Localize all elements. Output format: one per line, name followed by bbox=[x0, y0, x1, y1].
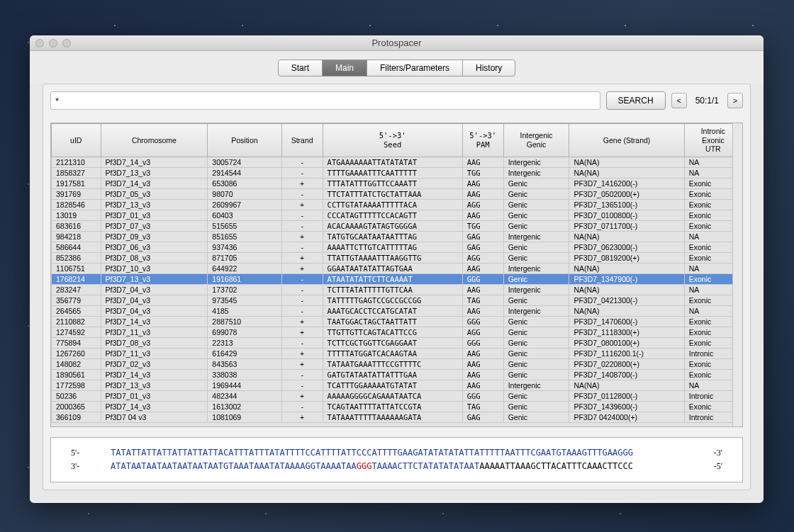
table-cell: - bbox=[281, 337, 323, 348]
table-cell: ACACAAAAGTATAGTGGGGA bbox=[323, 220, 462, 231]
table-row[interactable]: 391769Pf3D7_05_v398070-TTCTATTTATCTGCTAT… bbox=[52, 188, 742, 199]
sequence-row-3to5: 3'- ATATAATAATAATAATAATAATGTAAATAAATATAA… bbox=[71, 460, 722, 473]
table-cell: AAAATTCTTGTCATTTTTAG bbox=[323, 242, 462, 252]
table-cell: PF3D7_1116200.1(-) bbox=[569, 348, 684, 358]
tab-bar: Start Main Filters/Parameters History bbox=[30, 51, 764, 84]
table-cell: 3005724 bbox=[208, 157, 281, 167]
table-cell: + bbox=[281, 252, 323, 263]
table-cell: Pf3D7_09_v3 bbox=[101, 231, 208, 242]
table-row[interactable]: 366109Pf3D7 04 v31081069+TATAAATTTTTAAAA… bbox=[52, 412, 742, 422]
table-cell: Pf3D7_14_v3 bbox=[101, 369, 208, 380]
table-cell: 264565 bbox=[52, 305, 101, 316]
table-cell: 338038 bbox=[208, 369, 281, 380]
seq-label-5prime: 5'- bbox=[71, 446, 91, 460]
table-cell: AAAAAGGGGCAGAAATAATCA bbox=[323, 390, 462, 401]
column-header[interactable]: 5'->3'Seed bbox=[323, 124, 462, 157]
table-row[interactable]: 775894Pf3D7_08_v322313-TCTTCGCTGGTTCGAGG… bbox=[52, 337, 742, 348]
table-cell: + bbox=[281, 231, 323, 242]
table-cell: 1916861 bbox=[208, 273, 281, 284]
column-header[interactable]: Strand bbox=[281, 124, 323, 157]
search-input[interactable] bbox=[50, 91, 600, 110]
table-cell: GGG bbox=[462, 337, 503, 348]
table-row[interactable]: 1267260Pf3D7_11_v3616429+TTTTTATGGATCACA… bbox=[52, 348, 742, 358]
table-row[interactable]: 264565Pf3D7_04_v34185-AAATGCACCTCCATGCAT… bbox=[52, 305, 742, 316]
table-cell: + bbox=[281, 263, 323, 273]
table-cell: TATAAATTTTTAAAAAAGATA bbox=[323, 412, 462, 422]
table-cell: Genic bbox=[503, 210, 569, 220]
table-cell: - bbox=[281, 242, 323, 252]
seq-end-5prime: -5' bbox=[714, 460, 722, 473]
table-cell: GAG bbox=[462, 231, 503, 242]
table-cell: 653086 bbox=[208, 178, 281, 188]
table-row[interactable]: 283247Pf3D7_04_v3173702-TCTTTATATTTTTGTT… bbox=[52, 284, 742, 295]
column-header[interactable]: Gene (Strand) bbox=[569, 124, 684, 157]
next-page-button[interactable]: > bbox=[727, 93, 743, 108]
table-row[interactable]: 1274592Pf3D7_11_v3699078+TTGTTGTTCAGTACA… bbox=[52, 327, 742, 337]
table-cell: + bbox=[281, 199, 323, 210]
table-cell: 22313 bbox=[208, 337, 281, 348]
window-title: Protospacer bbox=[30, 38, 764, 48]
tab-start[interactable]: Start bbox=[279, 60, 323, 76]
column-header[interactable]: Position bbox=[208, 124, 281, 157]
column-header[interactable]: IntergenicGenic bbox=[503, 124, 569, 157]
table-cell: Pf3D7_04_v3 bbox=[101, 295, 208, 305]
column-header[interactable]: Chromosome bbox=[101, 124, 208, 157]
table-cell: 1081069 bbox=[208, 412, 281, 422]
prev-page-button[interactable]: < bbox=[671, 93, 687, 108]
table-cell: 173702 bbox=[208, 284, 281, 295]
tab-filters[interactable]: Filters/Parameters bbox=[367, 60, 463, 76]
table-cell: NA(NA) bbox=[569, 231, 684, 242]
titlebar: Protospacer bbox=[30, 35, 764, 51]
table-cell: Genic bbox=[503, 242, 569, 252]
table-cell: Pf3D7_13_v3 bbox=[101, 199, 208, 210]
table-cell: TTATTGTAAAATTTAAGGTTG bbox=[323, 252, 462, 263]
table-row[interactable]: 148082Pf3D7_02_v3843563+TATAATGAAATTTCCG… bbox=[52, 358, 742, 369]
table-row[interactable]: 13019Pf3D7_01_v360403-CCCATAGTTTTTCCACAG… bbox=[52, 210, 742, 220]
table-cell: Intergenic bbox=[503, 167, 569, 178]
table-body: 2121310Pf3D7_14_v33005724-ATGAAAAAAATTAT… bbox=[52, 157, 742, 422]
table-cell: Genic bbox=[503, 348, 569, 358]
search-button[interactable]: SEARCH bbox=[606, 91, 666, 110]
tab-history[interactable]: History bbox=[463, 60, 515, 76]
table-row[interactable]: 1768214Pf3D7_13_v31916861-ATAATATATTCTTC… bbox=[52, 273, 742, 284]
table-row[interactable]: 1890561Pf3D7_14_v3338038-GATGTATAATATTAT… bbox=[52, 369, 742, 380]
table-cell: NA(NA) bbox=[569, 263, 684, 273]
column-header[interactable]: uID bbox=[52, 124, 101, 157]
table-cell: Intergenic bbox=[503, 305, 569, 316]
table-cell: Genic bbox=[503, 178, 569, 188]
table-row[interactable]: 2000365Pf3D7_14_v31613002-TCAGTAATTTTATT… bbox=[52, 401, 742, 412]
table-cell: Genic bbox=[503, 273, 569, 284]
table-cell: 391769 bbox=[52, 188, 101, 199]
table-cell: PF3D7_0421300(-) bbox=[569, 295, 684, 305]
column-header[interactable]: 5'->3'PAM bbox=[462, 124, 503, 157]
table-cell: TTCTATTTATCTGCTATTAAA bbox=[323, 188, 462, 199]
table-cell: NA(NA) bbox=[569, 284, 684, 295]
table-row[interactable]: 984218Pf3D7_09_v3851655+TATGTGCAATAATAAT… bbox=[52, 231, 742, 242]
table-row[interactable]: 50236Pf3D7_01_v3482344+AAAAAGGGGCAGAAATA… bbox=[52, 390, 742, 401]
table-row[interactable]: 852386Pf3D7_08_v3871705+TTATTGTAAAATTTAA… bbox=[52, 252, 742, 263]
table-row[interactable]: 2121310Pf3D7_14_v33005724-ATGAAAAAAATTAT… bbox=[52, 157, 742, 167]
table-row[interactable]: 1858327Pf3D7_13_v32914544-TTTTGAAAATTTCA… bbox=[52, 167, 742, 178]
table-row[interactable]: 2110882Pf3D7_14_v32887510+TAATGGACTAGCTA… bbox=[52, 316, 742, 327]
table-cell: Genic bbox=[503, 220, 569, 231]
table-row[interactable]: 1828546Pf3D7_13_v32609967+CCTTGTATAAAATT… bbox=[52, 199, 742, 210]
table-row[interactable]: 683616Pf3D7_07_v3515655-ACACAAAAGTATAGTG… bbox=[52, 220, 742, 231]
table-row[interactable]: 356779Pf3D7_04_v3973545-TATTTTTGAGTCCGCC… bbox=[52, 295, 742, 305]
table-cell: - bbox=[281, 369, 323, 380]
table-cell: PF3D7_1365100(-) bbox=[569, 199, 684, 210]
table-row[interactable]: 1106751Pf3D7_10_v3644922+GGAATAATATATTAG… bbox=[52, 263, 742, 273]
table-cell: Pf3D7_13_v3 bbox=[101, 273, 208, 284]
table-cell: 851655 bbox=[208, 231, 281, 242]
table-row[interactable]: 1917581Pf3D7_14_v3653086+TTTATATTTGGTTCC… bbox=[52, 178, 742, 188]
table-cell: TAG bbox=[462, 401, 503, 412]
table-cell: Pf3D7_06_v3 bbox=[101, 242, 208, 252]
table-scrollbar[interactable] bbox=[732, 123, 742, 426]
table-row[interactable]: 586644Pf3D7_06_v3937436-AAAATTCTTGTCATTT… bbox=[52, 242, 742, 252]
table-cell: - bbox=[281, 167, 323, 178]
tab-main[interactable]: Main bbox=[323, 60, 367, 76]
table-cell: TATAATGAAATTTCCGTTTTC bbox=[323, 358, 462, 369]
table-row[interactable]: 1772598Pf3D7_13_v31969444-TCATTTGGAAAAAT… bbox=[52, 380, 742, 390]
table-cell: + bbox=[281, 412, 323, 422]
table-cell: + bbox=[281, 348, 323, 358]
table-cell: CCCATAGTTTTTCCACAGTT bbox=[323, 210, 462, 220]
